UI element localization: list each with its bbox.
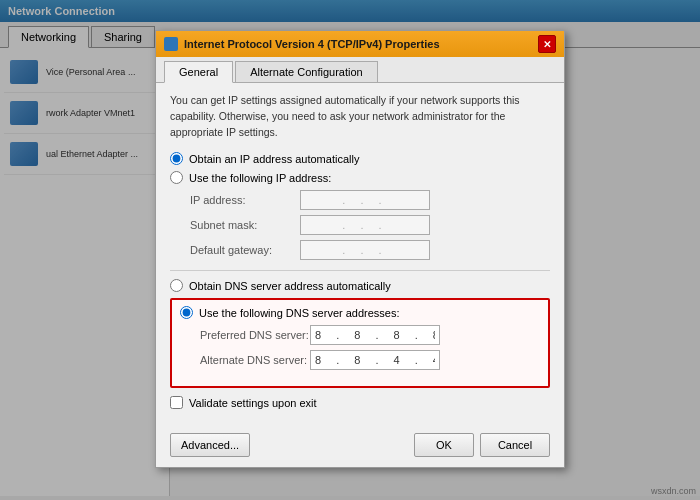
auto-dns-radio[interactable] xyxy=(170,279,183,292)
ip-address-row: IP address: xyxy=(190,190,550,210)
dialog-footer: Advanced... OK Cancel xyxy=(156,427,564,467)
preferred-dns-row: Preferred DNS server: xyxy=(200,325,540,345)
dns-highlight-section: Use the following DNS server addresses: … xyxy=(170,298,550,388)
manual-ip-row: Use the following IP address: xyxy=(170,171,550,184)
alternate-dns-input[interactable] xyxy=(310,350,440,370)
auto-ip-row: Obtain an IP address automatically xyxy=(170,152,550,165)
divider xyxy=(170,270,550,271)
tab-alternate-config[interactable]: Alternate Configuration xyxy=(235,61,378,82)
auto-dns-label: Obtain DNS server address automatically xyxy=(189,280,391,292)
auto-ip-radio[interactable] xyxy=(170,152,183,165)
dialog-body: You can get IP settings assigned automat… xyxy=(156,83,564,427)
subnet-mask-row: Subnet mask: xyxy=(190,215,550,235)
subnet-mask-input[interactable] xyxy=(300,215,430,235)
manual-dns-row: Use the following DNS server addresses: xyxy=(180,306,540,319)
ip-address-input[interactable] xyxy=(300,190,430,210)
default-gateway-label: Default gateway: xyxy=(190,244,300,256)
auto-ip-label: Obtain an IP address automatically xyxy=(189,153,359,165)
dialog-tabs: General Alternate Configuration xyxy=(156,57,564,83)
dialog-titlebar: Internet Protocol Version 4 (TCP/IPv4) P… xyxy=(156,31,564,57)
auto-dns-row: Obtain DNS server address automatically xyxy=(170,279,550,292)
default-gateway-input[interactable] xyxy=(300,240,430,260)
dialog-title-left: Internet Protocol Version 4 (TCP/IPv4) P… xyxy=(164,37,440,51)
manual-ip-label: Use the following IP address: xyxy=(189,172,331,184)
preferred-dns-label: Preferred DNS server: xyxy=(200,329,310,341)
dialog-icon xyxy=(164,37,178,51)
alternate-dns-row: Alternate DNS server: xyxy=(200,350,540,370)
manual-dns-radio[interactable] xyxy=(180,306,193,319)
properties-dialog: Internet Protocol Version 4 (TCP/IPv4) P… xyxy=(155,30,565,468)
ip-fields: IP address: Subnet mask: Default gateway… xyxy=(190,190,550,260)
manual-dns-label: Use the following DNS server addresses: xyxy=(199,307,400,319)
manual-ip-radio[interactable] xyxy=(170,171,183,184)
validate-row: Validate settings upon exit xyxy=(170,396,550,409)
alternate-dns-label: Alternate DNS server: xyxy=(200,354,310,366)
validate-label: Validate settings upon exit xyxy=(189,397,317,409)
ip-address-label: IP address: xyxy=(190,194,300,206)
validate-checkbox[interactable] xyxy=(170,396,183,409)
advanced-button[interactable]: Advanced... xyxy=(170,433,250,457)
cancel-button[interactable]: Cancel xyxy=(480,433,550,457)
preferred-dns-input[interactable] xyxy=(310,325,440,345)
close-button[interactable]: ✕ xyxy=(538,35,556,53)
dialog-title: Internet Protocol Version 4 (TCP/IPv4) P… xyxy=(184,38,440,50)
subnet-mask-label: Subnet mask: xyxy=(190,219,300,231)
ok-button[interactable]: OK xyxy=(414,433,474,457)
info-text: You can get IP settings assigned automat… xyxy=(170,93,550,140)
default-gateway-row: Default gateway: xyxy=(190,240,550,260)
dns-fields: Preferred DNS server: Alternate DNS serv… xyxy=(200,325,540,370)
tab-general[interactable]: General xyxy=(164,61,233,83)
